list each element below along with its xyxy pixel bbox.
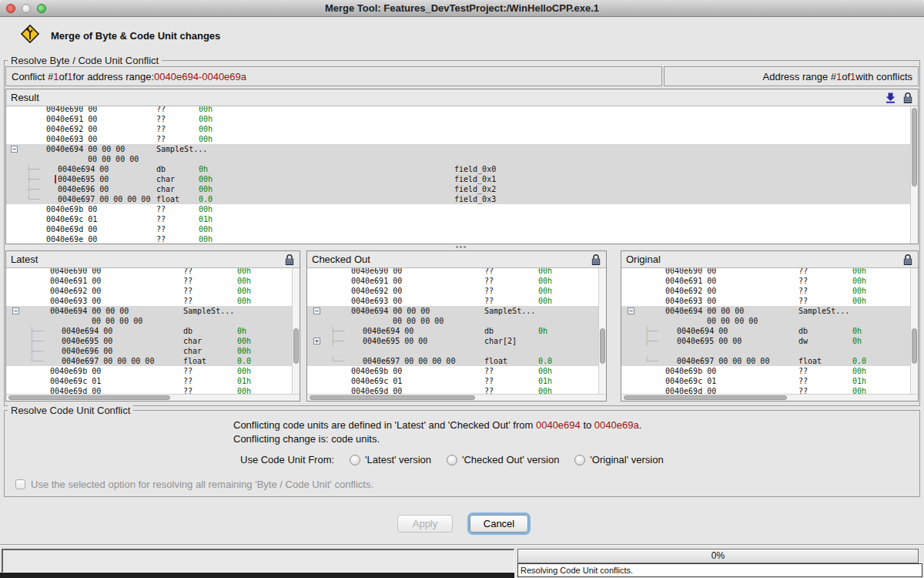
listing-row[interactable]: 0040e690 00??00h <box>307 268 598 276</box>
listing-row[interactable] <box>307 346 598 356</box>
listing-row[interactable]: 0040e693 00??00h <box>6 296 292 306</box>
listing-row[interactable]: 0040e69d 00??00h <box>621 386 910 394</box>
original-panel: Original 0040e690 00??00h0040e691 00??00… <box>621 250 919 402</box>
status-message-area <box>2 549 514 573</box>
scrollbar-thumb[interactable] <box>912 108 917 187</box>
listing-cursor <box>55 175 56 183</box>
vertical-scrollbar[interactable] <box>292 268 300 394</box>
listing-row[interactable]: 0040e691 00??00h <box>6 276 292 286</box>
scroll-to-bottom-icon[interactable] <box>886 92 896 103</box>
horizontal-scrollbar[interactable] <box>621 394 918 401</box>
conflict-description-line1: Conflicting code units are defined in 'L… <box>233 419 641 431</box>
lock-icon[interactable] <box>591 254 601 266</box>
listing-row[interactable]: 00 00 00 00 <box>6 154 910 164</box>
splitter-handle[interactable] <box>456 246 466 248</box>
listing-row[interactable]: 0040e692 00??00h <box>307 286 598 296</box>
result-panel-header: Result <box>6 89 918 106</box>
listing-row[interactable]: 0040e69b 00??00h <box>6 366 292 376</box>
result-panel: Result 0040e690 00??00h0040e691 00??00h0… <box>5 89 919 244</box>
listing-row[interactable]: −0040e694 00 00 00SampleSt... <box>621 306 910 316</box>
radio-circle[interactable] <box>447 455 457 465</box>
address-range-bar: Address range #1 of 1 with conflicts <box>664 66 919 86</box>
listing-row[interactable]: 00 00 00 00 <box>307 316 598 326</box>
listing-row[interactable]: −0040e694 00 00 00SampleSt... <box>6 144 910 154</box>
listing-row[interactable]: ├──0040e695 00char00hfield_0x1 <box>6 174 910 184</box>
scrollbar-thumb[interactable] <box>600 328 605 364</box>
listing-row[interactable]: 0040e69b 00??00h <box>307 366 598 376</box>
vertical-scrollbar[interactable] <box>910 268 918 394</box>
listing-row[interactable]: 0040e692 00??00h <box>621 286 910 296</box>
statusbar-separator <box>0 544 924 546</box>
listing-row[interactable]: 0040e69d 00??00h <box>6 386 292 394</box>
listing-row[interactable]: −0040e694 00 00 00SampleSt... <box>6 306 292 316</box>
listing-row[interactable]: 0040e693 00??00h <box>621 296 910 306</box>
listing-row[interactable]: 0040e69b 00??00h <box>621 366 910 376</box>
listing-row[interactable]: ├──0040e695 00char00h <box>6 336 292 346</box>
scrollbar-thumb[interactable] <box>310 395 475 400</box>
listing-row[interactable] <box>621 346 910 356</box>
listing-row[interactable]: 00 00 00 00 <box>621 316 910 326</box>
listing-row[interactable]: −0040e694 00 00 00SampleSt... <box>307 306 598 316</box>
collapse-icon[interactable]: − <box>11 146 18 153</box>
listing-row[interactable]: 0040e69d 00??00h <box>307 386 598 394</box>
horizontal-scrollbar[interactable] <box>6 394 300 401</box>
merge-phase-title: Merge of Byte & Code Unit changes <box>51 30 220 42</box>
vertical-scrollbar[interactable] <box>598 268 606 394</box>
listing-row[interactable]: └──0040e697 00 00 00 00float0.0 <box>621 356 910 366</box>
listing-row[interactable]: 0040e692 00??00h <box>6 124 910 134</box>
latest-panel: Latest 0040e690 00??00h0040e691 00??00h0… <box>5 250 300 402</box>
listing-row[interactable]: +├──0040e695 00 00char[2] <box>307 336 598 346</box>
scrollbar-thumb[interactable] <box>624 395 787 400</box>
horizontal-scrollbar[interactable] <box>307 394 606 401</box>
listing-row[interactable]: 0040e69c 01??01h <box>6 376 292 386</box>
latest-panel-header: Latest <box>6 251 300 268</box>
radio-label: 'Latest' version <box>365 454 431 465</box>
radio-original-version[interactable]: 'Original' version <box>574 454 663 465</box>
listing-row[interactable]: 0040e690 00??00h <box>6 268 292 276</box>
listing-row[interactable]: 0040e69c 01??01h <box>307 376 598 386</box>
listing-row[interactable]: └──0040e697 00 00 00 00float0.0field_0x3 <box>6 194 910 204</box>
collapse-icon[interactable]: − <box>313 307 320 314</box>
radio-checked-out-version[interactable]: 'Checked Out' version <box>447 454 559 465</box>
radio-circle[interactable] <box>350 455 360 465</box>
original-panel-header: Original <box>621 251 918 268</box>
listing-row[interactable]: ├──0040e694 00db0h <box>621 326 910 336</box>
apply-button: Apply <box>397 515 453 533</box>
listing-row[interactable]: 0040e69e 00??00h <box>6 234 910 244</box>
listing-row[interactable]: ├──0040e696 00char00hfield_0x2 <box>6 184 910 194</box>
listing-row[interactable]: 0040e691 00??00h <box>6 114 910 124</box>
listing-row[interactable]: 0040e69c 01??01h <box>6 214 910 224</box>
listing-row[interactable]: 0040e691 00??00h <box>307 276 598 286</box>
listing-row[interactable]: 0040e691 00??00h <box>621 276 910 286</box>
lock-icon[interactable] <box>902 92 913 104</box>
listing-row[interactable]: 0040e69b 00??00h <box>6 204 910 214</box>
scrollbar-thumb[interactable] <box>8 395 170 400</box>
listing-row[interactable]: 0040e693 00??00h <box>307 296 598 306</box>
listing-row[interactable]: 0040e693 00??00h <box>6 134 910 144</box>
listing-row[interactable]: ├──0040e694 00db0h <box>6 326 292 336</box>
vertical-scrollbar[interactable] <box>910 106 918 244</box>
collapse-icon[interactable]: − <box>628 307 634 314</box>
listing-row[interactable]: ├──0040e695 00 00dw0h <box>621 336 910 346</box>
listing-row[interactable]: 0040e69c 01??01h <box>621 376 910 386</box>
listing-row[interactable]: ├──0040e694 00db0hfield_0x0 <box>6 164 910 174</box>
listing-row[interactable]: 0040e692 00??00h <box>6 286 292 296</box>
listing-row[interactable]: 0040e69d 00??00h <box>6 224 910 234</box>
radio-latest-version[interactable]: 'Latest' version <box>350 454 431 465</box>
collapse-icon[interactable]: − <box>12 307 19 314</box>
scrollbar-thumb[interactable] <box>293 328 299 364</box>
listing-row[interactable]: └──0040e697 00 00 00 00float0.0 <box>6 356 292 366</box>
expand-icon[interactable]: + <box>313 338 320 344</box>
cancel-button[interactable]: Cancel <box>470 515 528 533</box>
scrollbar-thumb[interactable] <box>912 328 917 364</box>
conflict-count-bar: Conflict #1 of 1 for address range: 0040… <box>5 66 662 86</box>
radio-circle[interactable] <box>574 455 585 465</box>
listing-row[interactable]: └──0040e697 00 00 00 00float0.0 <box>307 356 598 366</box>
listing-row[interactable]: 0040e690 00??00h <box>621 268 910 276</box>
listing-row[interactable]: ├──0040e696 00char00h <box>6 346 292 356</box>
lock-icon[interactable] <box>902 254 913 266</box>
listing-row[interactable]: 0040e690 00??00h <box>6 106 910 114</box>
listing-row[interactable]: 00 00 00 00 <box>6 316 292 326</box>
lock-icon[interactable] <box>284 254 295 266</box>
listing-row[interactable]: ├──0040e694 00db0h <box>307 326 598 336</box>
